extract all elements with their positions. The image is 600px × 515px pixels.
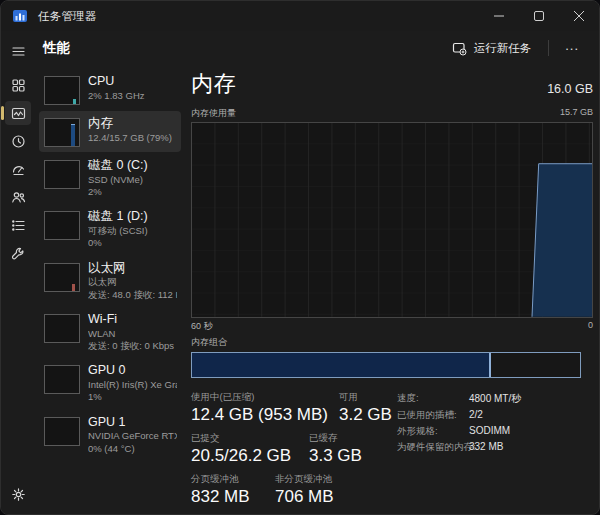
stat-value: SODIMM — [469, 425, 510, 438]
window-controls — [479, 1, 599, 31]
stat-value: 4800 MT/秒 — [469, 392, 521, 406]
run-new-task-label: 运行新任务 — [474, 41, 532, 56]
new-task-icon — [452, 41, 467, 56]
memory-usage-chart — [191, 122, 593, 318]
stat-value: 832 MB — [191, 487, 253, 507]
sidebar-item-gpu0[interactable]: GPU 0 Intel(R) Iris(R) Xe Grap 1% — [39, 358, 181, 408]
sidebar-item-detail: 12.4/15.7 GB (79%) — [88, 132, 172, 144]
sidebar-item-title: 磁盘 1 (D:) — [88, 209, 148, 225]
app-history-icon[interactable] — [5, 129, 31, 153]
sidebar-item-title: Wi-Fi — [88, 312, 174, 328]
services-icon[interactable] — [5, 241, 31, 265]
memory-stats: 使用中(已压缩) 12.4 GB (953 MB) 可用 3.2 GB — [191, 391, 593, 514]
page-header: 性能 运行新任务 ... — [35, 31, 599, 65]
memory-total: 16.0 GB — [547, 82, 593, 99]
stat-label: 分页缓冲池 — [191, 473, 253, 486]
window-title: 任务管理器 — [38, 9, 97, 24]
sidebar-item-cpu[interactable]: CPU 2% 1.83 GHz — [39, 69, 181, 110]
sidebar-item-title: 磁盘 0 (C:) — [88, 158, 148, 174]
page-title: 性能 — [43, 39, 70, 57]
usage-chart-label: 内存使用量 — [191, 107, 236, 120]
memory-mini-chart — [44, 118, 80, 147]
sidebar-item-wifi[interactable]: Wi-Fi WLAN 发送: 0 接收: 0 Kbps — [39, 307, 181, 357]
sidebar-item-title: 以太网 — [88, 261, 177, 277]
xaxis-left-label: 60 秒 — [191, 320, 213, 333]
sidebar-item-detail: 2% 1.83 GHz — [88, 90, 145, 102]
maximize-icon[interactable] — [519, 1, 559, 31]
memory-title: 内存 — [191, 69, 236, 99]
sidebar-item-detail: 2% — [88, 186, 148, 198]
settings-gear-icon[interactable] — [5, 482, 31, 506]
run-new-task-button[interactable]: 运行新任务 — [443, 36, 541, 61]
stat-value: 706 MB — [275, 487, 334, 507]
title-bar: 任务管理器 — [1, 1, 599, 31]
task-manager-app-icon — [12, 8, 28, 24]
stat-label: 外形规格: — [397, 425, 469, 438]
sidebar-item-detail: 以太网 — [88, 276, 177, 288]
performance-sidebar: CPU 2% 1.83 GHz 内存 12.4/15.7 GB (79%) — [35, 65, 181, 514]
header-divider — [548, 40, 549, 56]
sidebar-item-detail: Intel(R) Iris(R) Xe Grap — [88, 379, 177, 391]
wifi-mini-chart — [44, 314, 80, 343]
stat-value: 3.3 GB — [309, 446, 362, 466]
minimize-icon[interactable] — [479, 1, 519, 31]
sidebar-item-detail: 1% — [88, 391, 177, 403]
stat-value: 2/2 — [469, 409, 483, 422]
sidebar-item-memory[interactable]: 内存 12.4/15.7 GB (79%) — [39, 111, 181, 152]
performance-icon[interactable] — [5, 101, 31, 125]
stat-label: 已缓存 — [309, 432, 362, 445]
nav-rail — [1, 31, 35, 514]
sidebar-item-disk0[interactable]: 磁盘 0 (C:) SSD (NVMe) 2% — [39, 153, 181, 203]
memory-panel: 内存 16.0 GB 内存使用量 15.7 GB — [181, 65, 599, 514]
stat-label: 已使用的插槽: — [397, 409, 469, 422]
stat-value: 20.5/26.2 GB — [191, 446, 287, 466]
sidebar-item-detail: SSD (NVMe) — [88, 174, 148, 186]
processes-icon[interactable] — [5, 73, 31, 97]
stat-value: 3.2 GB — [339, 405, 392, 425]
ethernet-mini-chart — [44, 263, 80, 292]
gpu0-mini-chart — [44, 365, 80, 394]
sidebar-item-ethernet[interactable]: 以太网 以太网 发送: 48.0 接收: 112 K — [39, 256, 181, 306]
composition-label: 内存组合 — [191, 336, 593, 349]
sidebar-item-detail: 发送: 48.0 接收: 112 K — [88, 289, 177, 301]
sidebar-item-title: 内存 — [88, 116, 172, 132]
stat-value: 12.4 GB (953 MB) — [191, 405, 317, 425]
sidebar-item-disk1[interactable]: 磁盘 1 (D:) 可移动 (SCSI) 0% — [39, 204, 181, 254]
close-icon[interactable] — [559, 1, 599, 31]
more-options-button[interactable]: ... — [557, 36, 587, 61]
sidebar-item-title: CPU — [88, 74, 145, 90]
composition-divider — [489, 353, 491, 377]
composition-in-use-segment — [192, 353, 489, 377]
sidebar-item-gpu1[interactable]: GPU 1 NVIDIA GeForce RTX 0% (44 °C) — [39, 410, 181, 460]
stat-label: 可用 — [339, 391, 392, 404]
details-icon[interactable] — [5, 213, 31, 237]
stat-label: 使用中(已压缩) — [191, 391, 317, 404]
sidebar-item-title: GPU 0 — [88, 363, 177, 379]
sidebar-item-detail: 0% — [88, 237, 148, 249]
stat-label: 为硬件保留的内存: — [397, 441, 469, 454]
sidebar-item-detail: WLAN — [88, 328, 174, 340]
sidebar-item-detail: 可移动 (SCSI) — [88, 225, 148, 237]
gpu1-mini-chart — [44, 417, 80, 446]
stat-label: 非分页缓冲池 — [275, 473, 334, 486]
stat-value: 332 MB — [469, 441, 503, 454]
users-icon[interactable] — [5, 185, 31, 209]
memory-composition-bar — [191, 352, 581, 378]
disk0-mini-chart — [44, 160, 80, 189]
startup-apps-icon[interactable] — [5, 157, 31, 181]
stat-label: 速度: — [397, 392, 469, 406]
stat-label: 已提交 — [191, 432, 287, 445]
usage-chart-max: 15.7 GB — [560, 107, 593, 120]
sidebar-item-title: GPU 1 — [88, 415, 177, 431]
sidebar-item-detail: 0% (44 °C) — [88, 443, 177, 455]
sidebar-item-detail: NVIDIA GeForce RTX — [88, 430, 177, 442]
xaxis-right-label: 0 — [588, 320, 593, 333]
memory-usage-chart-svg — [192, 123, 592, 317]
menu-icon[interactable] — [5, 39, 31, 63]
sidebar-item-detail: 发送: 0 接收: 0 Kbps — [88, 340, 174, 352]
cpu-mini-chart — [44, 76, 80, 105]
disk1-mini-chart — [44, 211, 80, 240]
task-manager-window: 任务管理器 — [0, 0, 600, 515]
